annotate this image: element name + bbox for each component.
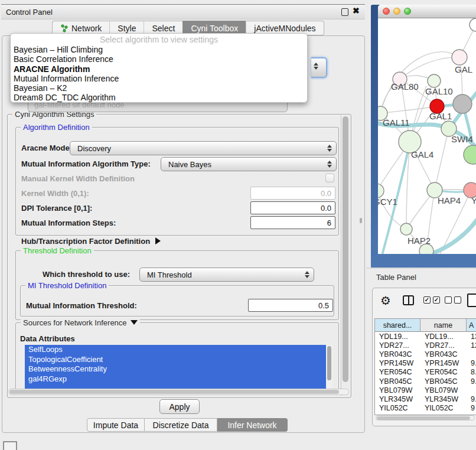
combo-spinner — [314, 63, 326, 70]
tab-discretize-data[interactable]: Discretize Data — [145, 418, 217, 432]
table-row[interactable]: YBR045CYBR045C9. — [375, 377, 476, 386]
table-panel-title: Table Panel — [376, 273, 416, 282]
deselect-all-checkbox-icon[interactable] — [454, 296, 461, 304]
attribute-item[interactable]: gal4RGexp — [25, 374, 326, 384]
mi-type-combo[interactable]: Naive Bayes — [161, 157, 337, 171]
table-cell: YDL19... — [375, 332, 420, 341]
mi-threshold-field[interactable] — [248, 299, 333, 312]
algorithm-option[interactable]: Bayesian – K2 — [11, 83, 307, 93]
table-row[interactable]: YBL079WYBL079W — [375, 386, 476, 394]
mi-steps-field[interactable] — [250, 216, 335, 229]
table-row[interactable]: YLR345WYLR345W9. — [375, 394, 476, 403]
node-label: GCY1 — [378, 197, 397, 207]
algorithm-option[interactable]: Dream8 DC_TDC Algorithm — [11, 93, 307, 102]
table-row[interactable]: YBR043CYBR043C — [375, 350, 476, 358]
mi-steps-label: Mutual Information Steps: — [21, 219, 116, 227]
network-node[interactable] — [428, 74, 441, 87]
panel-separator — [366, 268, 476, 269]
table-row[interactable]: YPR145WYPR145W9. — [375, 359, 476, 368]
close-window-icon[interactable] — [383, 8, 390, 15]
network-node[interactable] — [453, 94, 472, 113]
dpi-tolerance-field[interactable] — [250, 201, 335, 214]
split-table-icon[interactable] — [403, 295, 414, 305]
column-header-shared-name[interactable]: shared... — [375, 319, 420, 332]
table-row[interactable]: YER054CYER054C8. — [375, 368, 476, 377]
application-window: Control Panel ✖ Network Style Select Cyn… — [0, 0, 476, 450]
data-attributes-list[interactable]: SelfLoops TopologicalCoefficient Between… — [25, 345, 326, 389]
network-node[interactable] — [464, 145, 476, 164]
which-threshold-combo[interactable]: MI Threshold — [139, 268, 314, 282]
table-row[interactable]: YDR27...YDR27...12 — [375, 341, 476, 350]
settings-scrollbar-thumb[interactable] — [343, 116, 348, 382]
table-cell: YLR345W — [420, 395, 467, 403]
node-label: HAP4 — [438, 195, 461, 206]
table-cell: YIL052C — [420, 404, 467, 412]
float-window-icon[interactable] — [341, 8, 348, 16]
network-edge[interactable] — [380, 106, 437, 113]
network-edge[interactable] — [435, 129, 449, 190]
data-attributes-label: Data Attributes — [20, 334, 75, 343]
combo-spinner — [305, 271, 311, 278]
tab-infer-network[interactable]: Infer Network — [217, 418, 288, 432]
attribute-item[interactable]: SelfLoops — [25, 345, 326, 355]
node-label: GAL1 — [429, 111, 452, 121]
table-row[interactable]: YDL19...YDL19...13 — [375, 332, 476, 341]
column-header-partial[interactable]: A — [467, 319, 476, 332]
combo-spinner — [327, 145, 334, 152]
algorithm-placeholder: Select algorithm to view settings — [11, 35, 307, 45]
network-window[interactable]: GALGAL80GAL10GAL1GAL11SWI4GAL4GCY1HAP4YH… — [378, 5, 476, 254]
mi-threshold-group-title: MI Threshold Definition — [25, 281, 109, 290]
manual-kernel-label: Manual Kernel Width Definition — [21, 174, 135, 183]
apply-button[interactable]: Apply — [159, 399, 200, 414]
manual-kernel-checkbox[interactable] — [325, 174, 334, 182]
table-hscrollbar-thumb[interactable] — [377, 416, 470, 420]
control-panel-titlebar: Control Panel ✖ — [1, 4, 365, 19]
aracne-mode-combo[interactable]: Discovery — [70, 141, 337, 155]
network-node[interactable] — [470, 18, 476, 31]
hub-definition-toggle[interactable]: Hub/Transcription Factor Definition — [21, 236, 161, 246]
node-label: GAL10 — [425, 86, 453, 96]
table-cell: YER054C — [420, 368, 467, 376]
kernel-width-field[interactable] — [250, 187, 335, 200]
panel-divider-handle[interactable] — [360, 218, 362, 223]
tab-impute-data[interactable]: Impute Data — [87, 418, 145, 432]
algorithm-option[interactable]: Bayesian – Hill Climbing — [11, 45, 307, 54]
deselect-all-checkbox-icon[interactable] — [445, 296, 452, 304]
export-table-icon[interactable] — [467, 294, 476, 307]
attribute-item[interactable]: BetweennessCentrality — [25, 364, 326, 374]
node-label: GAL4 — [411, 149, 433, 159]
attribute-item[interactable]: TopologicalCoefficient — [25, 355, 326, 365]
attributes-scrollbar-thumb[interactable] — [327, 346, 331, 380]
table-cell: YBL079W — [420, 386, 467, 394]
settings-hscrollbar-thumb[interactable] — [9, 390, 339, 394]
gear-icon[interactable]: ⚙ — [380, 293, 391, 308]
network-node[interactable] — [378, 184, 384, 198]
column-header-name[interactable]: name — [420, 319, 467, 332]
network-window-titlebar[interactable] — [378, 5, 476, 18]
which-threshold-label: Which threshold to use: — [43, 270, 130, 279]
select-all-checkbox-icon[interactable]: ✓ — [433, 296, 440, 304]
network-node[interactable] — [400, 223, 412, 235]
zoom-window-icon[interactable] — [404, 8, 411, 15]
algorithm-definition-title: Algorithm Definition — [21, 123, 92, 132]
table-row[interactable]: YIL052CYIL052C9 — [375, 404, 476, 413]
minimize-window-icon[interactable] — [393, 8, 400, 15]
algorithm-option[interactable]: Mutual Information Inference — [11, 74, 307, 83]
collapse-down-icon[interactable] — [131, 320, 138, 325]
network-canvas[interactable]: GALGAL80GAL10GAL1GAL11SWI4GAL4GCY1HAP4YH… — [378, 18, 476, 254]
table-cell: YER054C — [375, 368, 420, 376]
tab-label: Cyni Toolbox — [191, 24, 238, 33]
table-cell: YIL052C — [375, 404, 420, 412]
algorithm-option-selected[interactable]: ARACNE Algorithm — [11, 64, 307, 74]
hub-definition-label: Hub/Transcription Factor Definition — [21, 237, 150, 246]
tab-label: Infer Network — [227, 420, 276, 430]
inference-algorithm-combo-fragment[interactable] — [311, 57, 327, 78]
close-panel-icon[interactable]: ✖ — [353, 6, 360, 15]
node-label: Y — [471, 195, 476, 206]
algorithm-option[interactable]: Basic Correlation Inference — [11, 54, 307, 64]
network-node[interactable] — [452, 50, 467, 65]
minimized-panel-icon[interactable] — [3, 441, 17, 450]
control-panel-title: Control Panel — [1, 8, 53, 17]
select-all-checkbox-icon[interactable]: ✓ — [423, 296, 431, 304]
table-cell: YPR145W — [420, 359, 467, 367]
